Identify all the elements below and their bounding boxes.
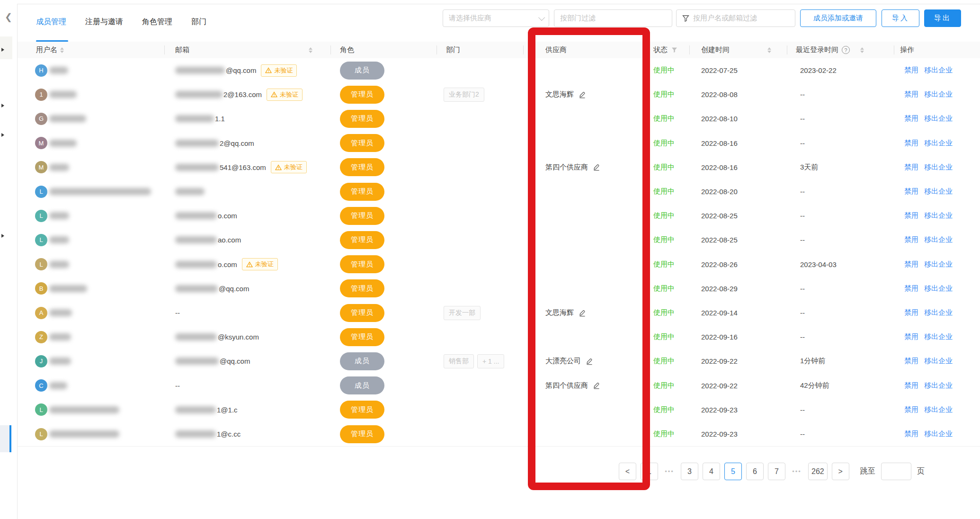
remove-from-org-link[interactable]: 移出企业 (924, 235, 953, 244)
remove-from-org-link[interactable]: 移出企业 (924, 405, 953, 414)
export-button[interactable]: 导出 (924, 9, 961, 27)
warning-icon (265, 67, 272, 73)
remove-from-org-link[interactable]: 移出企业 (924, 211, 953, 220)
user-filter-input[interactable]: 按用户名或邮箱过滤 (676, 9, 795, 27)
disable-link[interactable]: 禁用 (904, 308, 918, 317)
table-row: G1.1管理员使用中2022-08-10--禁用移出企业 (18, 107, 980, 131)
disable-link[interactable]: 禁用 (904, 66, 918, 75)
import-button[interactable]: 导入 (882, 9, 919, 27)
tab-role-management[interactable]: 角色管理 (142, 17, 172, 27)
sidebar-icon[interactable] (1, 234, 4, 238)
created-cell: 2022-09-23 (701, 398, 738, 422)
last-login-cell: -- (800, 82, 805, 107)
tab-member-management[interactable]: 成员管理 (36, 17, 66, 27)
redacted-email (175, 140, 219, 147)
remove-from-org-link[interactable]: 移出企业 (924, 90, 953, 99)
disable-link[interactable]: 禁用 (904, 381, 918, 390)
status-cell: 使用中 (653, 204, 675, 228)
tab-department[interactable]: 部门 (191, 17, 206, 27)
header-username: 用户名 (36, 42, 64, 58)
created-cell: 2022-08-26 (701, 252, 738, 277)
remove-from-org-link[interactable]: 移出企业 (924, 114, 953, 123)
disable-link[interactable]: 禁用 (904, 260, 918, 269)
page-button-6[interactable]: 6 (746, 463, 764, 480)
sidebar-icon[interactable] (1, 133, 4, 137)
filter-funnel-icon[interactable] (671, 47, 677, 53)
sidebar-icon[interactable] (1, 48, 4, 52)
supplier-name: 第四个供应商 (545, 163, 588, 172)
supplier-select[interactable]: 请选择供应商 (443, 9, 549, 27)
sidebar-icon[interactable] (1, 104, 4, 107)
collapse-sidebar-icon[interactable]: ❮ (5, 11, 12, 22)
remove-from-org-link[interactable]: 移出企业 (924, 308, 953, 317)
page-button-4[interactable]: 4 (703, 463, 720, 480)
jump-page-input[interactable] (881, 463, 911, 480)
page-button-7[interactable]: 7 (768, 463, 785, 480)
department-more-tag[interactable]: + 1 ... (477, 354, 504, 368)
department-tag: 开发一部 (444, 306, 481, 320)
pagination-ellipsis[interactable]: ••• (662, 468, 677, 475)
last-login-cell: 2023-02-22 (800, 58, 837, 82)
disable-link[interactable]: 禁用 (904, 430, 918, 438)
header-divider (330, 45, 331, 54)
status-cell: 使用中 (653, 277, 675, 301)
disable-link[interactable]: 禁用 (904, 357, 918, 366)
disable-link[interactable]: 禁用 (904, 211, 918, 220)
disable-link[interactable]: 禁用 (904, 139, 918, 148)
avatar: L (35, 398, 47, 422)
remove-from-org-link[interactable]: 移出企业 (924, 284, 953, 293)
disable-link[interactable]: 禁用 (904, 187, 918, 196)
edit-icon[interactable] (586, 358, 593, 365)
role-cell: 管理员 (340, 398, 384, 422)
disable-link[interactable]: 禁用 (904, 405, 918, 414)
email-cell: @qq.com未验证 (175, 58, 297, 82)
edit-icon[interactable] (593, 163, 600, 171)
remove-from-org-link[interactable]: 移出企业 (924, 66, 953, 75)
department-filter-input[interactable]: 按部门过滤 (554, 9, 672, 27)
sidebar-item-selected[interactable] (0, 425, 10, 452)
prev-page-button[interactable]: < (619, 463, 636, 480)
page-button-1[interactable]: 1 (641, 463, 658, 480)
remove-from-org-link[interactable]: 移出企业 (924, 430, 953, 438)
sort-icon[interactable] (60, 47, 64, 53)
tab-register-invite[interactable]: 注册与邀请 (85, 17, 123, 27)
sort-icon[interactable] (309, 47, 312, 53)
role-cell: 管理员 (340, 155, 384, 179)
edit-icon[interactable] (579, 91, 586, 98)
created-cell: 2022-08-25 (701, 228, 738, 252)
page-button-5[interactable]: 5 (724, 463, 742, 480)
sort-icon[interactable] (767, 47, 771, 53)
disable-link[interactable]: 禁用 (904, 90, 918, 99)
disable-link[interactable]: 禁用 (904, 332, 918, 341)
header-email: 邮箱 (175, 42, 312, 58)
disable-link[interactable]: 禁用 (904, 284, 918, 293)
disable-link[interactable]: 禁用 (904, 114, 918, 123)
page-button-262[interactable]: 262 (808, 463, 828, 480)
pagination-ellipsis[interactable]: ••• (790, 468, 804, 475)
email-cell: o.com (175, 204, 237, 228)
redacted-username (49, 115, 86, 122)
table-row: L管理员使用中2022-08-20--禁用移出企业 (18, 179, 980, 204)
edit-icon[interactable] (593, 382, 600, 389)
sort-icon[interactable] (860, 47, 864, 53)
remove-from-org-link[interactable]: 移出企业 (924, 163, 953, 172)
remove-from-org-link[interactable]: 移出企业 (924, 381, 953, 390)
remove-from-org-link[interactable]: 移出企业 (924, 139, 953, 148)
last-login-cell: 2023-04-03 (800, 252, 837, 277)
remove-from-org-link[interactable]: 移出企业 (924, 260, 953, 269)
disable-link[interactable]: 禁用 (904, 163, 918, 172)
remove-from-org-link[interactable]: 移出企业 (924, 187, 953, 196)
role-badge: 管理员 (340, 401, 384, 419)
edit-icon[interactable] (579, 309, 586, 317)
disable-link[interactable]: 禁用 (904, 235, 918, 244)
remove-from-org-link[interactable]: 移出企业 (924, 332, 953, 341)
page-button-3[interactable]: 3 (681, 463, 698, 480)
operations-cell: 禁用移出企业 (904, 204, 958, 228)
next-page-button[interactable]: > (832, 463, 849, 480)
department-tag: 业务部门2 (444, 88, 484, 102)
redacted-username (49, 91, 77, 98)
email-suffix: 2@qq.com (220, 139, 254, 147)
question-circle-icon[interactable]: ? (842, 46, 850, 54)
add-or-invite-member-button[interactable]: 成员添加或邀请 (800, 9, 876, 27)
remove-from-org-link[interactable]: 移出企业 (924, 357, 953, 366)
